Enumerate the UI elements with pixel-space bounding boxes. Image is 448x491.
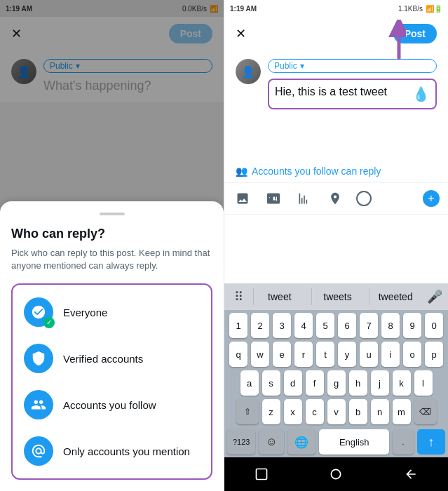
key-e[interactable]: e	[273, 342, 291, 367]
key-4[interactable]: 4	[294, 313, 313, 338]
key-n[interactable]: n	[371, 399, 389, 424]
right-network: 1.1KB/s 📶🔋	[398, 5, 442, 13]
suggestion-2[interactable]: tweets	[311, 288, 364, 305]
sheet-title: Who can reply?	[11, 227, 212, 241]
accounts-reply-notice[interactable]: 👥 Accounts you follow can reply	[224, 160, 448, 182]
key-s[interactable]: s	[262, 370, 280, 396]
reply-option-follow[interactable]: Accounts you follow	[18, 383, 205, 426]
accounts-follow-icon: 👥	[236, 166, 247, 177]
key-y[interactable]: y	[338, 342, 356, 367]
key-w[interactable]: w	[251, 342, 269, 367]
key-l[interactable]: l	[414, 370, 433, 396]
key-3[interactable]: 3	[273, 313, 291, 338]
tweet-text[interactable]: Hie, this is a test tweet	[275, 86, 407, 98]
mention-icon	[24, 436, 53, 466]
space-key[interactable]: English	[319, 429, 389, 455]
image-icon[interactable]	[233, 189, 252, 208]
follow-icon	[24, 390, 53, 419]
right-avatar: 👤	[236, 59, 261, 84]
verified-label: Verified accounts	[63, 353, 143, 365]
autocomplete-drop-icon: 💧	[412, 86, 430, 102]
right-time: 1:19 AM	[230, 5, 257, 13]
key-b[interactable]: b	[349, 399, 367, 424]
key-a[interactable]: a	[240, 370, 259, 396]
sheet-handle	[100, 213, 125, 215]
key-d[interactable]: d	[284, 370, 302, 396]
reply-bottom-sheet: Who can reply? Pick who can reply to thi…	[0, 201, 224, 491]
progress-circle	[356, 191, 372, 206]
right-nav-bar	[224, 457, 448, 491]
key-2[interactable]: 2	[251, 313, 269, 338]
qwerty-row: q w e r t y u i o p	[227, 342, 445, 367]
key-9[interactable]: 9	[403, 313, 421, 338]
on-screen-keyboard: ⠿ tweet tweets tweeted 🎤 1 2 3 4 5 6 7 8…	[224, 283, 448, 457]
location-icon[interactable]	[325, 189, 345, 208]
post-arrow-indicator	[364, 20, 406, 65]
keyboard-rows: 1 2 3 4 5 6 7 8 9 0 q w e r t y u i	[224, 310, 448, 429]
key-0[interactable]: 0	[425, 313, 443, 338]
reply-option-mention[interactable]: Only accounts you mention	[18, 429, 205, 473]
key-6[interactable]: 6	[338, 313, 356, 338]
right-public-badge[interactable]: Public ▾	[268, 59, 437, 73]
suggestion-1[interactable]: tweet	[253, 288, 306, 305]
follow-label: Accounts you follow	[63, 399, 156, 411]
zxcv-row: ⇧ z x c v b n m ⌫	[227, 399, 445, 424]
microphone-icon[interactable]: 🎤	[427, 289, 442, 304]
right-status-bar: 1:19 AM 1.1KB/s 📶🔋	[224, 0, 448, 17]
number-toggle-key[interactable]: ?123	[227, 429, 255, 455]
key-m[interactable]: m	[393, 399, 411, 424]
shift-key[interactable]: ⇧	[236, 399, 259, 424]
right-compose-area: 👤 Public ▾ Hie, this is a test tweet 💧	[224, 51, 448, 118]
key-i[interactable]: i	[381, 342, 400, 367]
key-k[interactable]: k	[393, 370, 411, 396]
right-public-label: Public	[274, 61, 297, 71]
right-close-button[interactable]: ✕	[236, 26, 246, 41]
right-nav-home-icon[interactable]	[327, 466, 344, 483]
key-h[interactable]: h	[349, 370, 367, 396]
reply-option-verified[interactable]: Verified accounts	[18, 337, 205, 380]
gif-icon[interactable]	[264, 189, 283, 208]
right-nav-back-icon[interactable]	[402, 466, 419, 483]
keyboard-bottom-row: ?123 ☺ 🌐 English . ↑	[224, 429, 448, 457]
keyboard-grid-icon[interactable]: ⠿	[230, 289, 247, 304]
svg-point-3	[332, 469, 341, 478]
left-panel: 1:19 AM 0.0KB/s 📶 ✕ Post 👤 Public ▾ What…	[0, 0, 224, 491]
right-nav-square-icon[interactable]	[253, 466, 270, 483]
reply-option-everyone[interactable]: Everyone	[18, 290, 205, 334]
key-v[interactable]: v	[327, 399, 346, 424]
key-q[interactable]: q	[229, 342, 247, 367]
key-7[interactable]: 7	[360, 313, 378, 338]
poll-icon[interactable]	[294, 189, 314, 208]
suggestion-3[interactable]: tweeted	[369, 288, 421, 305]
verified-icon	[24, 344, 53, 373]
key-o[interactable]: o	[403, 342, 421, 367]
key-t[interactable]: t	[316, 342, 334, 367]
key-5[interactable]: 5	[316, 313, 334, 338]
key-j[interactable]: j	[371, 370, 389, 396]
key-z[interactable]: z	[262, 399, 280, 424]
add-media-button[interactable]: +	[423, 190, 440, 207]
backspace-key[interactable]: ⌫	[414, 399, 437, 424]
keyboard-suggestions: ⠿ tweet tweets tweeted 🎤	[224, 283, 448, 310]
period-key[interactable]: .	[393, 429, 414, 455]
asdf-row: a s d f g h j k l	[227, 370, 445, 396]
key-g[interactable]: g	[327, 370, 346, 396]
tweet-text-container[interactable]: Hie, this is a test tweet 💧	[268, 79, 437, 109]
key-p[interactable]: p	[425, 342, 443, 367]
emoji-key[interactable]: ☺	[259, 429, 284, 455]
key-r[interactable]: r	[294, 342, 313, 367]
key-x[interactable]: x	[284, 399, 302, 424]
compose-toolbar: +	[224, 182, 448, 215]
key-8[interactable]: 8	[381, 313, 400, 338]
key-c[interactable]: c	[306, 399, 324, 424]
key-f[interactable]: f	[306, 370, 324, 396]
language-globe-key[interactable]: 🌐	[287, 429, 315, 455]
key-u[interactable]: u	[360, 342, 378, 367]
send-key[interactable]: ↑	[417, 429, 445, 455]
right-panel: 1:19 AM 1.1KB/s 📶🔋 ✕ Post 👤 Public	[224, 0, 448, 491]
svg-rect-2	[257, 469, 267, 480]
reply-options-list: Everyone Verified accounts Accounts you …	[11, 283, 212, 480]
key-1[interactable]: 1	[229, 313, 247, 338]
number-row: 1 2 3 4 5 6 7 8 9 0	[227, 313, 445, 338]
right-chevron-icon: ▾	[300, 61, 304, 71]
